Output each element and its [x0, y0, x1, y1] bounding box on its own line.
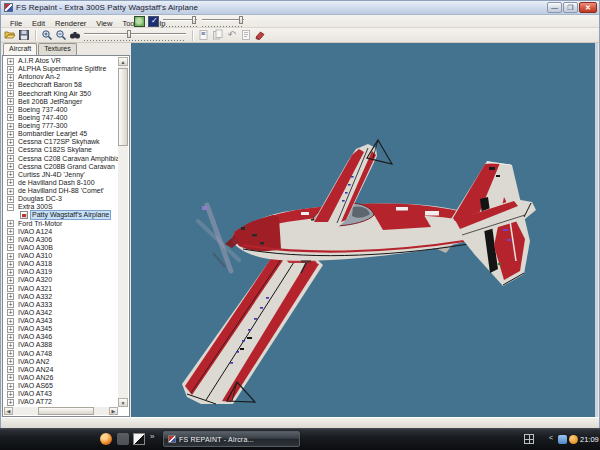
- expand-toggle-icon[interactable]: +: [7, 155, 14, 162]
- tree-item[interactable]: +Bell 206B JetRanger: [4, 98, 118, 106]
- menu-renderer[interactable]: Renderer: [50, 19, 91, 28]
- expand-toggle-icon[interactable]: +: [7, 196, 14, 203]
- collapse-toggle-icon[interactable]: −: [7, 204, 14, 211]
- tree-item[interactable]: +IVAO A345: [4, 325, 118, 333]
- tray-expand-arrow[interactable]: <: [549, 434, 553, 441]
- tree-item[interactable]: +IVAO A343: [4, 317, 118, 325]
- expand-toggle-icon[interactable]: +: [7, 139, 14, 146]
- tree-item[interactable]: +Cessna C208B Grand Caravan: [4, 163, 118, 171]
- expand-toggle-icon[interactable]: +: [7, 114, 14, 121]
- tree-item[interactable]: +IVAO AT43: [4, 390, 118, 398]
- expand-toggle-icon[interactable]: +: [7, 90, 14, 97]
- menu-file[interactable]: File: [5, 19, 27, 28]
- expand-toggle-icon[interactable]: +: [7, 147, 14, 154]
- close-button[interactable]: ✕: [579, 2, 597, 13]
- tree-item[interactable]: +de Havilland Dash 8-100: [4, 179, 118, 187]
- expand-toggle-icon[interactable]: +: [7, 179, 14, 186]
- expand-toggle-icon[interactable]: +: [7, 326, 14, 333]
- tree-item[interactable]: +IVAO A320: [4, 276, 118, 284]
- tree-item[interactable]: +IVAO A346: [4, 333, 118, 341]
- tree-item[interactable]: +Curtiss JN-4D 'Jenny': [4, 171, 118, 179]
- save-icon[interactable]: [18, 29, 30, 41]
- expand-toggle-icon[interactable]: +: [7, 309, 14, 316]
- expand-toggle-icon[interactable]: +: [7, 131, 14, 138]
- undo-arrow-icon[interactable]: ↶: [226, 29, 238, 41]
- new-flag-icon[interactable]: [198, 29, 210, 41]
- expand-toggle-icon[interactable]: +: [7, 220, 14, 227]
- expand-toggle-icon[interactable]: +: [7, 188, 14, 195]
- tree-item[interactable]: +Cessna C172SP Skyhawk: [4, 138, 118, 146]
- zoom-out-icon[interactable]: [55, 29, 67, 41]
- tree-item[interactable]: +Ford Tri-Motor: [4, 220, 118, 228]
- scrollbar-thumb[interactable]: [38, 407, 94, 415]
- tree-item[interactable]: +IVAO AT72: [4, 398, 118, 406]
- expand-toggle-icon[interactable]: +: [7, 318, 14, 325]
- tree-item[interactable]: +Beechcraft King Air 350: [4, 90, 118, 98]
- expand-toggle-icon[interactable]: +: [7, 285, 14, 292]
- tree-item[interactable]: +Beechcraft Baron 58: [4, 81, 118, 89]
- tree-item[interactable]: +IVAO A30B: [4, 244, 118, 252]
- quicklaunch-icon-2[interactable]: [117, 433, 129, 445]
- scroll-right-arrow[interactable]: ▶: [109, 407, 118, 415]
- expand-toggle-icon[interactable]: +: [7, 342, 14, 349]
- expand-toggle-icon[interactable]: +: [7, 391, 14, 398]
- tree-item[interactable]: +IVAO A310: [4, 252, 118, 260]
- expand-toggle-icon[interactable]: +: [7, 293, 14, 300]
- tree-item[interactable]: +Boeing 777-300: [4, 122, 118, 130]
- taskbar-app-button[interactable]: FS REPAINT - Aircra...: [163, 431, 300, 447]
- find-binoculars-icon[interactable]: [69, 29, 81, 41]
- expand-toggle-icon[interactable]: +: [7, 366, 14, 373]
- expand-toggle-icon[interactable]: +: [7, 350, 14, 357]
- menu-view[interactable]: View: [91, 19, 117, 28]
- scroll-left-arrow[interactable]: ◀: [4, 407, 13, 415]
- expand-toggle-icon[interactable]: +: [7, 106, 14, 113]
- menu-edit[interactable]: Edit: [27, 19, 50, 28]
- expand-toggle-icon[interactable]: +: [7, 261, 14, 268]
- expand-toggle-icon[interactable]: +: [7, 253, 14, 260]
- zoom-in-icon[interactable]: [41, 29, 53, 41]
- tree-item[interactable]: +IVAO A342: [4, 309, 118, 317]
- expand-toggle-icon[interactable]: +: [7, 171, 14, 178]
- tree-vertical-scrollbar[interactable]: ▲ ▼: [118, 57, 128, 407]
- tray-icon-orange[interactable]: [569, 435, 578, 444]
- quicklaunch-firefox-icon[interactable]: [100, 433, 112, 445]
- expand-toggle-icon[interactable]: +: [7, 399, 14, 406]
- expand-toggle-icon[interactable]: +: [7, 66, 14, 73]
- slider-thumb[interactable]: [239, 16, 243, 24]
- maximize-button[interactable]: ❐: [563, 2, 578, 13]
- scroll-down-arrow[interactable]: ▼: [118, 398, 128, 407]
- tree-item[interactable]: +Bombardier Learjet 45: [4, 130, 118, 138]
- tree-item[interactable]: +Cessna C182S Skylane: [4, 146, 118, 154]
- expand-toggle-icon[interactable]: +: [7, 74, 14, 81]
- expand-toggle-icon[interactable]: +: [7, 269, 14, 276]
- expand-toggle-icon[interactable]: +: [7, 334, 14, 341]
- navy-check-icon[interactable]: [148, 16, 159, 27]
- tree-item[interactable]: +Boeing 737-400: [4, 106, 118, 114]
- model-viewport[interactable]: [131, 43, 598, 417]
- expand-toggle-icon[interactable]: +: [7, 82, 14, 89]
- expand-toggle-icon[interactable]: +: [7, 236, 14, 243]
- expand-toggle-icon[interactable]: +: [7, 301, 14, 308]
- tree-item[interactable]: +Antonov An-2: [4, 73, 118, 81]
- tree-item[interactable]: +IVAO A332: [4, 293, 118, 301]
- expand-toggle-icon[interactable]: +: [7, 58, 14, 65]
- paste-page-icon[interactable]: [240, 29, 252, 41]
- tree-item[interactable]: +Douglas DC-3: [4, 195, 118, 203]
- tree-item[interactable]: +IVAO AN2: [4, 358, 118, 366]
- expand-toggle-icon[interactable]: +: [7, 228, 14, 235]
- minimize-button[interactable]: —: [547, 2, 562, 13]
- expand-toggle-icon[interactable]: +: [7, 163, 14, 170]
- red-eraser-icon[interactable]: [254, 29, 266, 41]
- open-folder-icon[interactable]: [4, 29, 16, 41]
- copy-pages-icon[interactable]: [212, 29, 224, 41]
- tab-aircraft[interactable]: Aircraft: [3, 43, 37, 55]
- slider-thumb[interactable]: [192, 16, 196, 24]
- quicklaunch-icon-3[interactable]: [133, 433, 145, 445]
- expand-toggle-icon[interactable]: +: [7, 123, 14, 130]
- tree-item[interactable]: +IVAO A333: [4, 301, 118, 309]
- tree-item[interactable]: +IVAO AN26: [4, 374, 118, 382]
- tree-item[interactable]: +IVAO A321: [4, 285, 118, 293]
- quicklaunch-overflow-chevron[interactable]: »: [150, 432, 154, 441]
- tree-item[interactable]: +ALPHA Supermarine Spitfire: [4, 65, 118, 73]
- expand-toggle-icon[interactable]: +: [7, 244, 14, 251]
